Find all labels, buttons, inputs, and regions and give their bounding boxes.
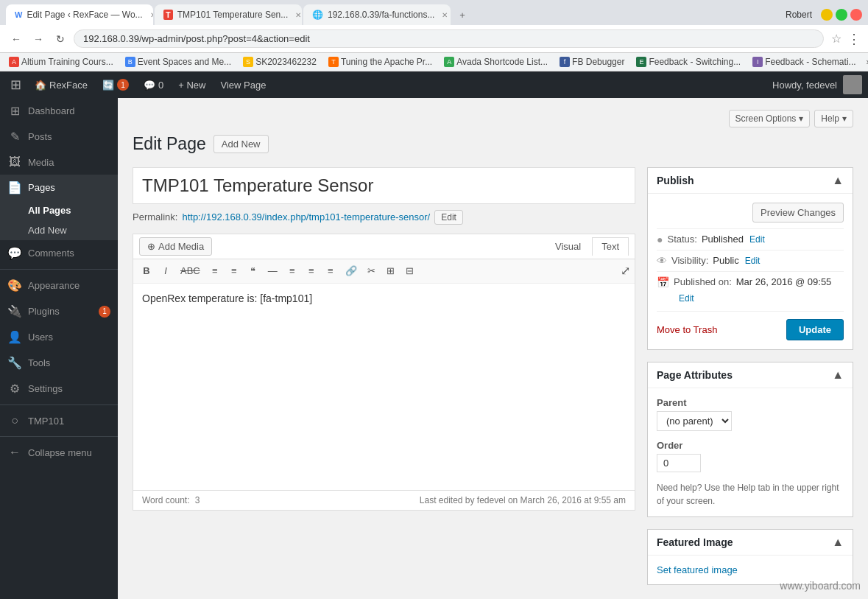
sidebar-item-comments[interactable]: 💬 Comments — [0, 240, 118, 266]
bookmark-favicon-feedback2: I — [752, 57, 763, 67]
help-button[interactable]: Help ▾ — [814, 110, 853, 127]
ordered-list-button[interactable]: ≡ — [225, 262, 243, 280]
comments-sidebar-icon: 💬 — [7, 246, 22, 260]
bookmark-favicon-event: B — [125, 57, 135, 67]
page-attributes-metabox-header[interactable]: Page Attributes ▲ — [648, 362, 853, 388]
topbar-updates-item[interactable]: 🔄 1 — [96, 71, 135, 98]
published-edit-link[interactable]: Edit — [679, 293, 694, 304]
editor-content-area[interactable]: OpenRex temperature is: [fa-tmp101] — [133, 284, 635, 490]
refresh-button[interactable]: ↻ — [52, 30, 69, 48]
featured-image-metabox-header[interactable]: Featured Image ▲ — [648, 530, 853, 556]
browser-tab-2[interactable]: T TMP101 Temperature Sen... ✕ — [155, 4, 302, 25]
posts-icon: ✎ — [7, 130, 22, 144]
wp-logo-icon[interactable]: ⊞ — [6, 77, 26, 93]
sidebar-submenu-add-new-page[interactable]: Add New — [0, 220, 118, 240]
topbar-howdy[interactable]: Howdy, fedevel — [766, 80, 843, 91]
sidebar-item-collapse[interactable]: ← Collapse menu — [0, 440, 118, 465]
align-center-button[interactable]: ≡ — [303, 262, 320, 280]
sidebar-item-dashboard[interactable]: ⊞ Dashboard — [0, 98, 118, 124]
insert-more-button[interactable]: ⊞ — [382, 262, 400, 280]
browser-tab-3[interactable]: 🌐 192.168.0.39/fa-functions... ✕ — [303, 4, 451, 25]
sidebar-item-pages[interactable]: 📄 Pages — [0, 175, 118, 200]
order-input[interactable] — [657, 454, 701, 472]
unlink-button[interactable]: ✂ — [363, 262, 381, 280]
trash-link[interactable]: Move to Trash — [657, 324, 717, 335]
horizontal-rule-button[interactable]: — — [264, 262, 282, 280]
editor-tabs: Visual Text — [546, 237, 629, 255]
editor-footer: Word count: 3 Last edited by fedevel on … — [133, 490, 635, 510]
parent-select[interactable]: (no parent) — [657, 411, 732, 431]
tab-text[interactable]: Text — [592, 237, 629, 256]
permalink-edit-button[interactable]: Edit — [434, 210, 463, 225]
close-button[interactable] — [850, 9, 862, 21]
close-tab-3-icon[interactable]: ✕ — [442, 11, 448, 19]
sidebar-item-tmp101[interactable]: ○ TMP101 — [0, 408, 118, 433]
post-title-input[interactable] — [133, 167, 635, 204]
bookmark-icon[interactable]: ☆ — [831, 32, 841, 46]
permalink-label: Permalink: — [133, 211, 177, 223]
editor-box: ⊕ Add Media Visual Text B I — [133, 234, 635, 511]
users-icon: 👤 — [7, 330, 22, 344]
visibility-edit-link[interactable]: Edit — [745, 256, 761, 266]
bookmark-event-spaces[interactable]: B Event Spaces and Me... — [122, 55, 234, 69]
bookmark-feedback2[interactable]: I Feedback - Schemati... — [749, 55, 858, 69]
browser-menu-icon[interactable]: ⋮ — [847, 31, 861, 47]
bookmark-favicon-avada: A — [444, 57, 454, 67]
back-button[interactable]: ← — [7, 30, 25, 48]
topbar-comments-item[interactable]: 💬 0 — [138, 71, 169, 98]
sidebar-item-posts[interactable]: ✎ Posts — [0, 124, 118, 150]
italic-button[interactable]: I — [157, 262, 174, 280]
expand-editor-button[interactable]: ⤢ — [621, 264, 630, 278]
bookmark-sk[interactable]: S SK2023462232 — [240, 55, 320, 69]
bookmark-tuning[interactable]: T Tuning the Apache Pr... — [325, 55, 435, 69]
status-value: Published — [702, 234, 744, 245]
update-button[interactable]: Update — [786, 319, 844, 340]
unordered-list-button[interactable]: ≡ — [206, 262, 224, 280]
preview-changes-button[interactable]: Preview Changes — [752, 203, 844, 223]
topbar-view-page-item[interactable]: View Page — [214, 71, 272, 98]
url-bar[interactable] — [74, 29, 824, 48]
sidebar-submenu-all-pages[interactable]: All Pages — [0, 200, 118, 220]
add-new-button[interactable]: Add New — [214, 135, 269, 153]
link-button[interactable]: 🔗 — [341, 262, 361, 280]
minimize-button[interactable] — [821, 9, 833, 21]
edit-page-sidebar-column: Publish ▲ Preview Changes ● Status: Publ… — [647, 167, 853, 597]
bookmark-avada[interactable]: A Avada Shortcode List... — [441, 55, 551, 69]
user-avatar[interactable] — [843, 75, 862, 94]
publish-metabox-header[interactable]: Publish ▲ — [648, 168, 853, 194]
bookmark-feedback1[interactable]: E Feedback - Switching... — [633, 55, 744, 69]
tools-icon: 🔧 — [7, 356, 22, 370]
topbar-new-item[interactable]: + New — [172, 71, 211, 98]
permalink-url[interactable]: http://192.168.0.39/index.php/tmp101-tem… — [182, 211, 430, 223]
screen-options-button[interactable]: Screen Options ▾ — [729, 110, 811, 127]
close-tab-1-icon[interactable]: ✕ — [150, 11, 153, 19]
sidebar-item-media[interactable]: 🖼 Media — [0, 150, 118, 175]
forward-button[interactable]: → — [29, 30, 47, 48]
status-edit-link[interactable]: Edit — [749, 234, 765, 245]
maximize-button[interactable] — [836, 9, 847, 21]
topbar-home-item[interactable]: 🏠 RexFace — [29, 71, 93, 98]
sidebar-item-plugins[interactable]: 🔌 Plugins 1 — [0, 298, 118, 324]
tab-visual[interactable]: Visual — [546, 237, 590, 255]
visibility-value: Public — [713, 255, 738, 266]
sidebar-item-appearance[interactable]: 🎨 Appearance — [0, 273, 118, 298]
bold-button[interactable]: B — [138, 262, 155, 280]
sidebar-item-settings[interactable]: ⚙ Settings — [0, 376, 118, 402]
strikethrough-button[interactable]: ABC — [176, 262, 205, 280]
editor-content: OpenRex temperature is: [fa-tmp101] — [142, 293, 626, 304]
bookmark-altium[interactable]: A Altium Training Cours... — [6, 55, 116, 69]
table-button[interactable]: ⊟ — [401, 262, 419, 280]
blockquote-button[interactable]: ❝ — [244, 262, 262, 280]
sidebar-item-users[interactable]: 👤 Users — [0, 324, 118, 350]
new-tab-button[interactable]: + — [452, 4, 473, 25]
add-media-button[interactable]: ⊕ Add Media — [139, 237, 212, 256]
sidebar-item-tools[interactable]: 🔧 Tools — [0, 350, 118, 376]
align-left-button[interactable]: ≡ — [283, 262, 301, 280]
bookmark-fb[interactable]: f FB Debugger — [557, 55, 627, 69]
updates-icon: 🔄 — [102, 80, 114, 91]
close-tab-2-icon[interactable]: ✕ — [295, 11, 301, 19]
align-right-button[interactable]: ≡ — [322, 262, 339, 280]
set-featured-image-link[interactable]: Set featured image — [657, 564, 738, 575]
browser-tab-1[interactable]: W Edit Page ‹ RexFace — Wo... ✕ — [6, 4, 153, 25]
order-label: Order — [657, 440, 844, 451]
